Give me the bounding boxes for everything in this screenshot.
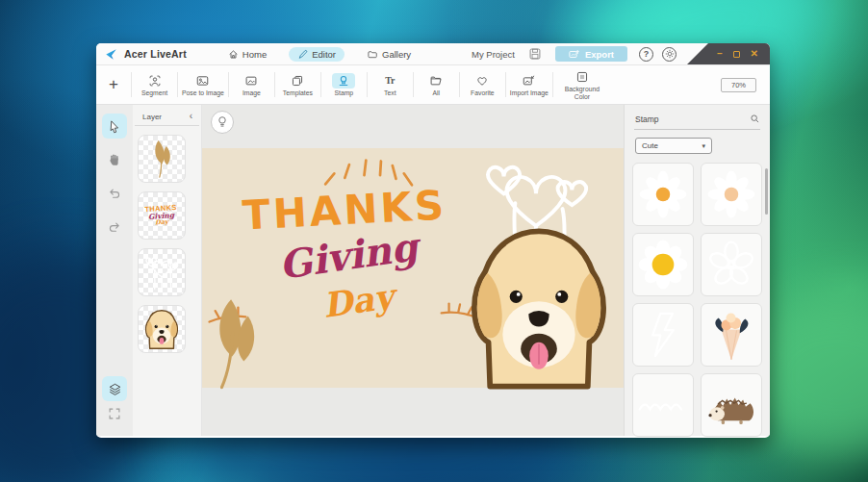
toolbar-item-templates[interactable]: Templates [275,65,320,104]
settings-button[interactable] [662,47,677,62]
layer-panel-title: Layer [142,113,162,121]
toolbar-item-text[interactable]: Tr Text [368,65,413,104]
save-button[interactable] [528,47,542,61]
stamp-tile[interactable] [632,233,694,296]
lightning-outline-icon [646,310,680,360]
save-icon [528,47,542,61]
hedgehog-icon [704,382,758,428]
home-icon [228,49,239,60]
templates-icon [291,73,304,89]
undo-icon [108,187,121,200]
window-minimize-button[interactable]: – [717,49,723,59]
stamp-category-dropdown[interactable]: Cute ▾ [635,138,712,154]
hand-tool-button[interactable] [102,147,127,172]
layers-icon [108,382,122,396]
folder-icon [429,73,443,89]
stamp-tile[interactable] [701,163,762,226]
puppy-sticker[interactable] [454,224,624,390]
layer-item-leaf[interactable] [138,135,201,183]
add-button[interactable]: + [96,65,131,104]
stamp-category-value: Cute [642,141,658,150]
layer-panel: Layer ‹ THANKS Giving Day [133,105,202,436]
gear-icon [665,49,675,59]
titlebar: Acer LiveArt Home Editor Gallery [96,43,770,65]
stamp-grid [625,156,770,438]
export-button[interactable]: Export [555,46,627,62]
leaf-sticker[interactable] [202,293,275,395]
toolbar-item-segment[interactable]: Segment [132,65,177,104]
stamp-tile[interactable] [701,373,762,437]
toolbar: + Segment Pose to Image [96,65,770,105]
canvas-area[interactable]: THANKS Giving Day [202,105,624,436]
redo-button[interactable] [102,215,127,240]
toolbar-item-background-color[interactable]: Background Color [553,65,611,104]
toolbar-item-favorite[interactable]: Favorite [460,65,505,104]
layer-item-puppy[interactable] [138,305,201,353]
export-label: Export [585,49,614,60]
daisy-orange-center-icon [638,169,688,219]
background-color-icon [575,69,589,85]
tab-gallery-label: Gallery [382,49,411,60]
hand-icon [108,153,121,166]
stamp-tile[interactable] [632,163,694,226]
toolbar-item-import-image[interactable]: Import Image [506,65,552,104]
undo-button[interactable] [102,181,127,206]
stamp-panel: Stamp Cute ▾ [624,105,770,436]
leaf-thumbnail [149,140,174,178]
import-image-icon [522,73,536,89]
hearts-thumbnail [143,252,180,292]
redo-icon [108,220,121,234]
acer-logo-icon [104,47,118,62]
flower-bouquet-icon [709,308,753,362]
tab-home-label: Home [243,49,267,60]
select-tool-button[interactable] [102,114,127,139]
app-window: Acer LiveArt Home Editor Gallery [96,43,770,438]
window-close-button[interactable]: ✕ [751,49,758,59]
pose-to-image-icon [195,73,210,89]
tab-editor[interactable]: Editor [289,47,345,62]
project-name: My Project [472,49,515,60]
text-icon: Tr [385,73,395,89]
stamp-tile[interactable] [701,233,762,296]
layers-panel-button[interactable] [102,376,127,401]
chevron-down-icon: ▾ [702,142,705,150]
pen-icon [297,49,308,60]
window-maximize-button[interactable] [733,51,740,58]
export-icon [569,49,580,60]
tab-editor-label: Editor [312,49,336,60]
nav-tabs: Home Editor Gallery [219,47,420,62]
window-controls: – ✕ [687,43,770,64]
stamp-panel-scrollbar[interactable] [765,168,768,215]
layer-item-heart-doodles[interactable] [138,248,201,296]
daisy-peach-center-icon [706,169,756,219]
tab-gallery[interactable]: Gallery [358,47,420,62]
gallery-icon [367,49,378,60]
fit-view-button[interactable] [102,401,127,426]
cursor-icon [108,119,122,134]
toolbar-item-image[interactable]: Image [229,65,274,104]
flower-outline-icon [706,240,756,290]
toolbar-item-pose-to-image[interactable]: Pose to Image [178,65,228,104]
expand-icon [108,407,121,420]
stamp-tile[interactable] [701,303,762,367]
tool-rail [96,105,133,436]
stamp-tile[interactable] [632,373,694,437]
help-glyph: ? [644,49,650,59]
app-title: Acer LiveArt [124,48,187,60]
help-button[interactable]: ? [639,47,653,62]
lightbulb-icon [217,115,228,129]
daisy-yellow-center-icon [637,239,689,291]
tab-home[interactable]: Home [219,47,275,62]
search-icon[interactable] [750,114,760,124]
zoom-level-field[interactable]: 70% [721,78,756,92]
hint-button[interactable] [211,111,234,134]
heart-icon [475,73,489,89]
design-card[interactable]: THANKS Giving Day [202,148,624,388]
stamp-tile[interactable] [632,303,694,367]
collapse-panel-button[interactable]: ‹ [190,112,192,121]
toolbar-item-stamp[interactable]: Stamp [321,65,367,104]
toolbar-item-all[interactable]: All [414,65,459,104]
layer-item-thanksgiving-text[interactable]: THANKS Giving Day [138,191,201,240]
segment-icon [148,73,162,89]
stamp-panel-title: Stamp [635,114,659,124]
